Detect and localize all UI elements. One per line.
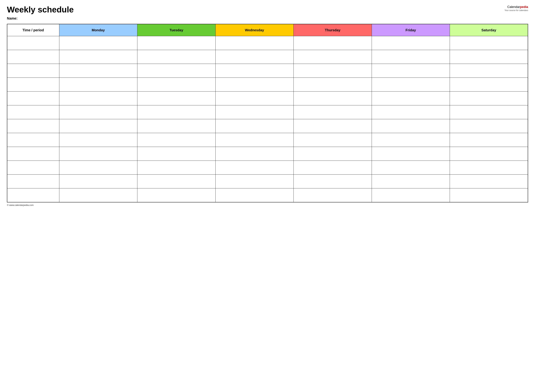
tuesday-cell[interactable] [137, 105, 216, 119]
tuesday-cell[interactable] [137, 133, 216, 147]
table-row [7, 175, 528, 188]
time-cell[interactable] [7, 92, 59, 105]
wednesday-cell[interactable] [216, 36, 294, 50]
thursday-cell[interactable] [294, 161, 372, 175]
monday-cell[interactable] [59, 161, 137, 175]
monday-cell[interactable] [59, 188, 137, 202]
title-section: Weekly schedule Name: [7, 5, 497, 20]
saturday-cell[interactable] [450, 50, 528, 64]
footer: © www.calendarpedia.com [7, 204, 528, 206]
time-cell[interactable] [7, 64, 59, 78]
tuesday-cell[interactable] [137, 188, 216, 202]
thursday-cell[interactable] [294, 188, 372, 202]
wednesday-cell[interactable] [216, 161, 294, 175]
wednesday-cell[interactable] [216, 175, 294, 188]
saturday-cell[interactable] [450, 175, 528, 188]
friday-cell[interactable] [372, 78, 450, 92]
time-cell[interactable] [7, 188, 59, 202]
saturday-cell[interactable] [450, 188, 528, 202]
monday-cell[interactable] [59, 50, 137, 64]
wednesday-cell[interactable] [216, 50, 294, 64]
time-cell[interactable] [7, 147, 59, 161]
friday-cell[interactable] [372, 64, 450, 78]
friday-cell[interactable] [372, 147, 450, 161]
thursday-cell[interactable] [294, 92, 372, 105]
saturday-cell[interactable] [450, 78, 528, 92]
logo-tagline: Your source for calendars [497, 9, 528, 12]
friday-cell[interactable] [372, 105, 450, 119]
wednesday-cell[interactable] [216, 133, 294, 147]
tuesday-cell[interactable] [137, 92, 216, 105]
friday-cell[interactable] [372, 119, 450, 133]
thursday-cell[interactable] [294, 175, 372, 188]
time-cell[interactable] [7, 119, 59, 133]
saturday-cell[interactable] [450, 119, 528, 133]
logo-section: Calendarpedia Your source for calendars [497, 5, 528, 12]
time-cell[interactable] [7, 175, 59, 188]
friday-cell[interactable] [372, 50, 450, 64]
saturday-cell[interactable] [450, 105, 528, 119]
thursday-cell[interactable] [294, 105, 372, 119]
tuesday-cell[interactable] [137, 175, 216, 188]
schedule-table: Time / period Monday Tuesday Wednesday T… [7, 24, 528, 202]
time-cell[interactable] [7, 50, 59, 64]
friday-cell[interactable] [372, 92, 450, 105]
friday-cell[interactable] [372, 133, 450, 147]
time-cell[interactable] [7, 36, 59, 50]
saturday-cell[interactable] [450, 161, 528, 175]
friday-cell[interactable] [372, 188, 450, 202]
saturday-cell[interactable] [450, 36, 528, 50]
tuesday-cell[interactable] [137, 36, 216, 50]
monday-cell[interactable] [59, 78, 137, 92]
wednesday-header: Wednesday [216, 24, 294, 36]
time-cell[interactable] [7, 133, 59, 147]
wednesday-cell[interactable] [216, 105, 294, 119]
saturday-cell[interactable] [450, 64, 528, 78]
wednesday-cell[interactable] [216, 64, 294, 78]
wednesday-cell[interactable] [216, 92, 294, 105]
logo: Calendarpedia [497, 5, 528, 9]
tuesday-cell[interactable] [137, 78, 216, 92]
wednesday-cell[interactable] [216, 119, 294, 133]
friday-cell[interactable] [372, 36, 450, 50]
thursday-cell[interactable] [294, 78, 372, 92]
monday-cell[interactable] [59, 92, 137, 105]
tuesday-cell[interactable] [137, 50, 216, 64]
monday-cell[interactable] [59, 175, 137, 188]
tuesday-cell[interactable] [137, 119, 216, 133]
monday-cell[interactable] [59, 147, 137, 161]
tuesday-cell[interactable] [137, 161, 216, 175]
thursday-header: Thursday [294, 24, 372, 36]
table-row [7, 78, 528, 92]
monday-cell[interactable] [59, 36, 137, 50]
time-cell[interactable] [7, 161, 59, 175]
friday-header: Friday [372, 24, 450, 36]
thursday-cell[interactable] [294, 133, 372, 147]
thursday-cell[interactable] [294, 147, 372, 161]
thursday-cell[interactable] [294, 50, 372, 64]
monday-header: Monday [59, 24, 137, 36]
saturday-cell[interactable] [450, 147, 528, 161]
time-cell[interactable] [7, 78, 59, 92]
thursday-cell[interactable] [294, 119, 372, 133]
logo-red-text: pedia [520, 5, 528, 9]
monday-cell[interactable] [59, 133, 137, 147]
time-cell[interactable] [7, 105, 59, 119]
saturday-cell[interactable] [450, 133, 528, 147]
thursday-cell[interactable] [294, 64, 372, 78]
monday-cell[interactable] [59, 119, 137, 133]
wednesday-cell[interactable] [216, 188, 294, 202]
tuesday-cell[interactable] [137, 147, 216, 161]
thursday-cell[interactable] [294, 36, 372, 50]
tuesday-cell[interactable] [137, 64, 216, 78]
wednesday-cell[interactable] [216, 78, 294, 92]
friday-cell[interactable] [372, 175, 450, 188]
monday-cell[interactable] [59, 105, 137, 119]
table-row [7, 147, 528, 161]
wednesday-cell[interactable] [216, 147, 294, 161]
table-row [7, 105, 528, 119]
saturday-cell[interactable] [450, 92, 528, 105]
friday-cell[interactable] [372, 161, 450, 175]
monday-cell[interactable] [59, 64, 137, 78]
table-row [7, 133, 528, 147]
